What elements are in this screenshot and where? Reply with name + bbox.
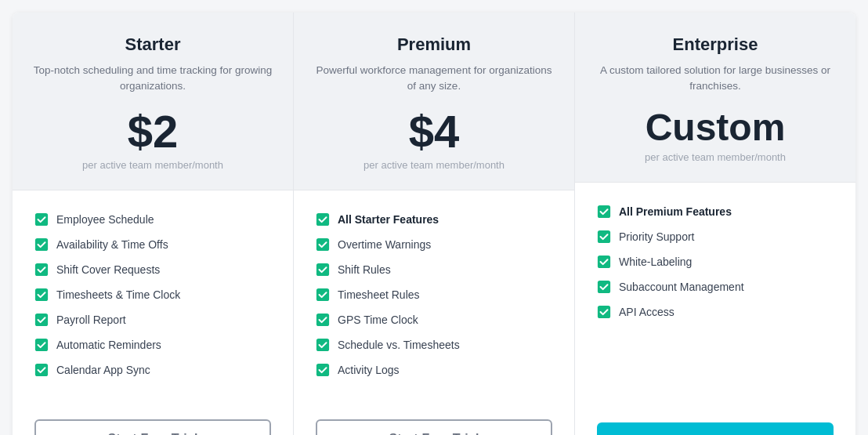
feature-item: Employee Schedule [34,212,271,227]
svg-rect-1 [35,237,48,250]
check-icon [316,363,330,377]
plan-description: Powerful workforce management for organi… [313,63,555,95]
feature-label: Subaccount Management [619,281,744,293]
svg-rect-9 [316,263,329,275]
check-icon [34,212,49,227]
feature-item: Overtime Warnings [316,237,552,252]
feature-label: Overtime Warnings [338,238,431,251]
feature-item: Shift Cover Requests [34,263,271,277]
feature-label: Shift Cover Requests [56,263,160,276]
feature-item: Subaccount Management [597,280,834,294]
svg-rect-5 [35,338,48,350]
check-icon [597,230,611,244]
svg-rect-7 [316,212,329,225]
plan-header-starter: StarterTop-notch scheduling and time tra… [13,13,293,190]
svg-rect-4 [35,313,48,325]
plan-name: Starter [31,34,274,55]
check-icon [597,305,611,319]
plan-price: $2 [31,109,274,154]
svg-rect-6 [35,363,48,375]
svg-rect-17 [598,280,610,292]
check-icon [34,313,49,327]
feature-item: All Starter Features [316,212,552,227]
plan-price: Custom [594,109,837,147]
check-icon [316,288,330,302]
svg-rect-0 [35,212,48,225]
check-icon [316,313,330,327]
plan-description: A custom tailored solution for large bus… [594,63,837,95]
feature-item: Automatic Reminders [34,338,271,352]
feature-label: Automatic Reminders [56,339,161,351]
svg-rect-18 [598,305,610,317]
start-trial-button[interactable]: Start Free Trial [316,419,552,436]
feature-label: Timesheets & Time Clock [56,288,180,301]
plan-name: Enterprise [594,34,837,55]
svg-rect-14 [598,205,610,217]
check-icon [34,288,49,302]
plan-header-premium: PremiumPowerful workforce management for… [294,13,574,190]
check-icon [34,237,49,252]
plan-features-premium: All Starter FeaturesOvertime WarningsShi… [294,190,574,407]
feature-label: Availability & Time Offs [56,238,168,251]
check-icon [316,212,330,227]
plan-footer-enterprise: Schedule a Demo [575,410,855,436]
feature-label: Activity Logs [338,364,400,376]
feature-item: Timesheets & Time Clock [34,288,271,302]
feature-label: Schedule vs. Timesheets [338,339,460,351]
plan-features-starter: Employee ScheduleAvailability & Time Off… [13,190,293,407]
check-icon [597,280,611,294]
plan-card-enterprise: EnterpriseA custom tailored solution for… [575,13,855,435]
feature-item: Calendar App Sync [34,363,271,377]
pricing-container: StarterTop-notch scheduling and time tra… [13,13,855,435]
feature-item: White-Labeling [597,255,834,269]
svg-rect-2 [35,263,48,275]
feature-label: Employee Schedule [56,213,154,226]
check-icon [316,338,330,352]
feature-label: Shift Rules [338,263,391,276]
svg-rect-16 [598,255,610,267]
feature-label: Priority Support [619,230,694,243]
svg-rect-13 [316,363,329,375]
feature-item: Payroll Report [34,313,271,327]
plan-price-sub: per active team member/month [31,159,274,171]
plan-footer-premium: Start Free Trial [294,407,574,436]
plan-price-sub: per active team member/month [313,159,555,171]
svg-rect-12 [316,338,329,350]
feature-item: Activity Logs [316,363,552,377]
feature-label: White-Labeling [619,256,692,268]
check-icon [597,255,611,269]
svg-rect-8 [316,237,329,250]
feature-label: GPS Time Clock [338,314,418,326]
feature-item: Availability & Time Offs [34,237,271,252]
feature-item: Shift Rules [316,263,552,277]
check-icon [316,237,330,252]
feature-label: All Starter Features [338,213,439,226]
feature-item: API Access [597,305,834,319]
plan-footer-starter: Start Free Trial [13,407,293,436]
feature-label: Calendar App Sync [56,364,150,376]
check-icon [34,263,49,277]
svg-rect-10 [316,288,329,300]
feature-item: Timesheet Rules [316,288,552,302]
check-icon [597,205,611,219]
start-trial-button[interactable]: Start Free Trial [34,419,271,436]
plan-price: $4 [313,109,555,154]
feature-label: API Access [619,306,675,318]
check-icon [316,263,330,277]
plan-name: Premium [313,34,555,55]
svg-rect-11 [316,313,329,325]
feature-label: All Premium Features [619,205,732,218]
check-icon [34,363,49,377]
feature-label: Timesheet Rules [338,288,420,301]
feature-item: Schedule vs. Timesheets [316,338,552,352]
feature-item: Priority Support [597,230,834,244]
feature-item: All Premium Features [597,205,834,219]
plan-card-premium: PremiumPowerful workforce management for… [294,13,575,435]
feature-item: GPS Time Clock [316,313,552,327]
svg-rect-15 [598,230,610,242]
plan-description: Top-notch scheduling and time tracking f… [31,63,274,95]
plan-price-sub: per active team member/month [594,151,837,163]
feature-label: Payroll Report [56,314,126,326]
schedule-demo-button[interactable]: Schedule a Demo [597,422,834,436]
plan-features-enterprise: All Premium FeaturesPriority SupportWhit… [575,183,855,410]
